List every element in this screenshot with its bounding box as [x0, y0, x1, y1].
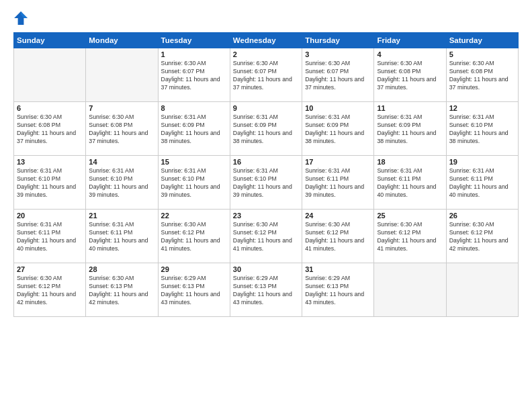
day-info: Sunrise: 6:30 AM Sunset: 6:08 PM Dayligh…: [17, 113, 83, 146]
day-info: Sunrise: 6:30 AM Sunset: 6:12 PM Dayligh…: [233, 221, 299, 253]
calendar-day-cell: 23Sunrise: 6:30 AM Sunset: 6:12 PM Dayli…: [230, 210, 302, 263]
day-number: 5: [449, 50, 515, 58]
day-number: 22: [161, 212, 227, 220]
calendar-day-cell: 13Sunrise: 6:31 AM Sunset: 6:10 PM Dayli…: [14, 156, 86, 210]
page: SundayMondayTuesdayWednesdayThursdayFrid…: [0, 0, 532, 411]
weekday-header-cell: Friday: [374, 33, 446, 48]
calendar-day-cell: 2Sunrise: 6:30 AM Sunset: 6:07 PM Daylig…: [230, 48, 302, 102]
calendar-day-cell: 20Sunrise: 6:31 AM Sunset: 6:11 PM Dayli…: [14, 210, 86, 263]
header: [13, 11, 519, 26]
calendar-day-cell: 3Sunrise: 6:30 AM Sunset: 6:07 PM Daylig…: [302, 48, 374, 102]
calendar-day-cell: 17Sunrise: 6:31 AM Sunset: 6:11 PM Dayli…: [302, 156, 374, 210]
day-info: Sunrise: 6:30 AM Sunset: 6:12 PM Dayligh…: [17, 275, 83, 307]
calendar-day-cell: 15Sunrise: 6:31 AM Sunset: 6:10 PM Dayli…: [158, 156, 230, 210]
calendar-day-cell: 10Sunrise: 6:31 AM Sunset: 6:09 PM Dayli…: [302, 102, 374, 156]
weekday-header-cell: Monday: [86, 33, 158, 48]
calendar-day-cell: 26Sunrise: 6:30 AM Sunset: 6:12 PM Dayli…: [446, 210, 518, 263]
day-number: 25: [377, 212, 443, 220]
calendar-day-cell: 22Sunrise: 6:30 AM Sunset: 6:12 PM Dayli…: [158, 210, 230, 263]
day-number: 28: [89, 265, 154, 273]
day-info: Sunrise: 6:31 AM Sunset: 6:11 PM Dayligh…: [89, 221, 154, 253]
day-info: Sunrise: 6:30 AM Sunset: 6:08 PM Dayligh…: [377, 60, 443, 92]
calendar-day-cell: 24Sunrise: 6:30 AM Sunset: 6:12 PM Dayli…: [302, 210, 374, 263]
weekday-header-cell: Thursday: [302, 33, 374, 48]
calendar-day-cell: 7Sunrise: 6:30 AM Sunset: 6:08 PM Daylig…: [86, 102, 158, 156]
day-number: 1: [161, 50, 227, 58]
weekday-header-cell: Sunday: [14, 33, 86, 48]
day-number: 20: [17, 212, 83, 220]
calendar-day-cell: 27Sunrise: 6:30 AM Sunset: 6:12 PM Dayli…: [14, 263, 86, 317]
day-number: 10: [305, 104, 371, 112]
calendar-day-cell: 6Sunrise: 6:30 AM Sunset: 6:08 PM Daylig…: [14, 102, 86, 156]
weekday-header-cell: Wednesday: [230, 33, 302, 48]
day-number: 23: [233, 212, 299, 220]
day-number: 6: [17, 104, 83, 112]
calendar-day-cell: 8Sunrise: 6:31 AM Sunset: 6:09 PM Daylig…: [158, 102, 230, 156]
day-number: 4: [377, 50, 443, 58]
calendar-day-cell: 29Sunrise: 6:29 AM Sunset: 6:13 PM Dayli…: [158, 263, 230, 317]
calendar-day-cell: 16Sunrise: 6:31 AM Sunset: 6:10 PM Dayli…: [230, 156, 302, 210]
day-number: 31: [305, 265, 371, 273]
day-info: Sunrise: 6:29 AM Sunset: 6:13 PM Dayligh…: [305, 275, 371, 307]
day-info: Sunrise: 6:30 AM Sunset: 6:07 PM Dayligh…: [233, 60, 299, 92]
day-number: 15: [161, 158, 227, 166]
day-number: 29: [161, 265, 227, 273]
weekday-header-cell: Saturday: [446, 33, 518, 48]
calendar-week-row: 20Sunrise: 6:31 AM Sunset: 6:11 PM Dayli…: [14, 210, 519, 263]
day-info: Sunrise: 6:30 AM Sunset: 6:08 PM Dayligh…: [89, 113, 154, 146]
day-info: Sunrise: 6:31 AM Sunset: 6:10 PM Dayligh…: [89, 167, 154, 199]
calendar-day-cell: 19Sunrise: 6:31 AM Sunset: 6:11 PM Dayli…: [446, 156, 518, 210]
calendar-day-cell: 28Sunrise: 6:30 AM Sunset: 6:13 PM Dayli…: [86, 263, 158, 317]
day-number: 8: [161, 104, 227, 112]
day-number: 12: [449, 104, 515, 112]
day-number: 9: [233, 104, 299, 112]
day-info: Sunrise: 6:30 AM Sunset: 6:07 PM Dayligh…: [161, 60, 227, 92]
day-number: 24: [305, 212, 371, 220]
day-info: Sunrise: 6:29 AM Sunset: 6:13 PM Dayligh…: [233, 275, 299, 307]
day-info: Sunrise: 6:31 AM Sunset: 6:09 PM Dayligh…: [377, 113, 443, 146]
day-info: Sunrise: 6:31 AM Sunset: 6:11 PM Dayligh…: [377, 167, 443, 199]
calendar-week-row: 6Sunrise: 6:30 AM Sunset: 6:08 PM Daylig…: [14, 102, 519, 156]
day-info: Sunrise: 6:31 AM Sunset: 6:09 PM Dayligh…: [161, 113, 227, 146]
calendar-day-cell: 4Sunrise: 6:30 AM Sunset: 6:08 PM Daylig…: [374, 48, 446, 102]
day-number: 19: [449, 158, 515, 166]
logo: [13, 11, 31, 26]
day-info: Sunrise: 6:31 AM Sunset: 6:10 PM Dayligh…: [161, 167, 227, 199]
weekday-header-row: SundayMondayTuesdayWednesdayThursdayFrid…: [14, 33, 519, 48]
day-number: 3: [305, 50, 371, 58]
calendar-body: 1Sunrise: 6:30 AM Sunset: 6:07 PM Daylig…: [14, 48, 519, 317]
calendar-day-cell: 30Sunrise: 6:29 AM Sunset: 6:13 PM Dayli…: [230, 263, 302, 317]
day-number: 17: [305, 158, 371, 166]
calendar-day-cell: [86, 48, 158, 102]
day-info: Sunrise: 6:30 AM Sunset: 6:12 PM Dayligh…: [161, 221, 227, 253]
calendar-day-cell: 21Sunrise: 6:31 AM Sunset: 6:11 PM Dayli…: [86, 210, 158, 263]
calendar-day-cell: [446, 263, 518, 317]
day-info: Sunrise: 6:31 AM Sunset: 6:10 PM Dayligh…: [233, 167, 299, 199]
day-info: Sunrise: 6:29 AM Sunset: 6:13 PM Dayligh…: [161, 275, 227, 307]
day-info: Sunrise: 6:31 AM Sunset: 6:09 PM Dayligh…: [305, 113, 371, 146]
day-info: Sunrise: 6:31 AM Sunset: 6:11 PM Dayligh…: [449, 167, 515, 199]
calendar-day-cell: 14Sunrise: 6:31 AM Sunset: 6:10 PM Dayli…: [86, 156, 158, 210]
day-number: 30: [233, 265, 299, 273]
day-info: Sunrise: 6:31 AM Sunset: 6:09 PM Dayligh…: [233, 113, 299, 146]
day-number: 27: [17, 265, 83, 273]
day-number: 13: [17, 158, 83, 166]
calendar-day-cell: 1Sunrise: 6:30 AM Sunset: 6:07 PM Daylig…: [158, 48, 230, 102]
day-info: Sunrise: 6:30 AM Sunset: 6:12 PM Dayligh…: [377, 221, 443, 253]
calendar-day-cell: 12Sunrise: 6:31 AM Sunset: 6:10 PM Dayli…: [446, 102, 518, 156]
calendar-day-cell: 9Sunrise: 6:31 AM Sunset: 6:09 PM Daylig…: [230, 102, 302, 156]
day-info: Sunrise: 6:31 AM Sunset: 6:10 PM Dayligh…: [17, 167, 83, 199]
calendar-day-cell: [374, 263, 446, 317]
day-info: Sunrise: 6:30 AM Sunset: 6:13 PM Dayligh…: [89, 275, 154, 307]
calendar-day-cell: 5Sunrise: 6:30 AM Sunset: 6:08 PM Daylig…: [446, 48, 518, 102]
day-info: Sunrise: 6:30 AM Sunset: 6:07 PM Dayligh…: [305, 60, 371, 92]
day-number: 16: [233, 158, 299, 166]
day-info: Sunrise: 6:31 AM Sunset: 6:11 PM Dayligh…: [305, 167, 371, 199]
day-info: Sunrise: 6:30 AM Sunset: 6:08 PM Dayligh…: [449, 60, 515, 92]
weekday-header-cell: Tuesday: [158, 33, 230, 48]
calendar-week-row: 1Sunrise: 6:30 AM Sunset: 6:07 PM Daylig…: [14, 48, 519, 102]
calendar-day-cell: [14, 48, 86, 102]
calendar-day-cell: 18Sunrise: 6:31 AM Sunset: 6:11 PM Dayli…: [374, 156, 446, 210]
calendar-day-cell: 31Sunrise: 6:29 AM Sunset: 6:13 PM Dayli…: [302, 263, 374, 317]
day-info: Sunrise: 6:31 AM Sunset: 6:11 PM Dayligh…: [17, 221, 83, 253]
